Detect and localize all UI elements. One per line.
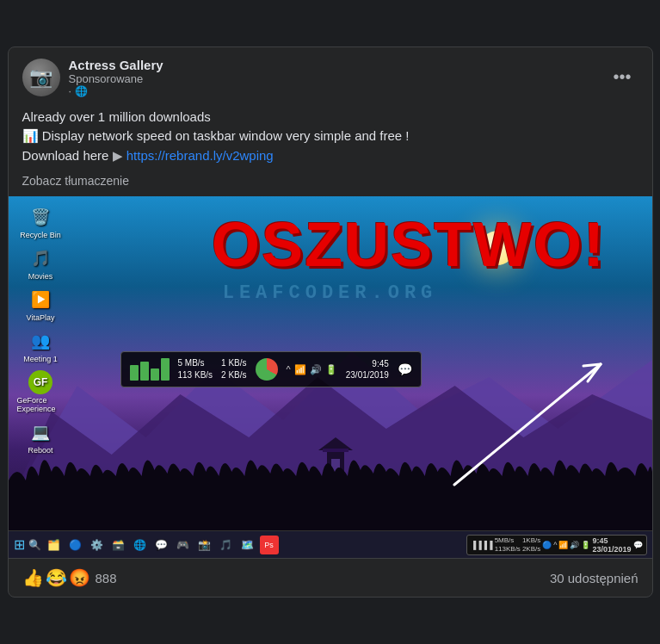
tray-icons: ^ 📶 🔊 🔋 (287, 364, 337, 375)
download-link[interactable]: https://rebrand.ly/v2wping (126, 148, 274, 163)
desktop-icons: 🗑️ Recycle Bin 🎵 Movies ▶️ VitaPlay 👥 Me… (17, 205, 65, 455)
volume-icon: 🔊 (310, 364, 322, 375)
network-kb: 1 KB/s 2 KB/s (221, 357, 246, 381)
tray-speeds: 5MB/s113KB/s (495, 536, 521, 553)
desktop-icon-label: Recycle Bin (20, 231, 61, 239)
text-line2-content: Display network speed on taskbar window … (42, 128, 410, 143)
bar1 (130, 365, 139, 381)
desktop-icon-vitaplay: ▶️ VitaPlay (17, 288, 65, 322)
text-line1: Already over 1 million downloads (22, 108, 638, 127)
tray-vol: 🔊 (570, 541, 579, 549)
like-emoji[interactable]: 👍 (22, 567, 44, 588)
taskbar-icon-2[interactable]: 🔵 (66, 536, 85, 554)
tray-bars: ▐▐▐▐ (471, 541, 493, 549)
emoji-row: 👍 😂 😡 (22, 567, 90, 588)
speed-down: 113 KB/s (178, 369, 213, 381)
page-name[interactable]: Actress Gallery (69, 58, 163, 72)
taskbar-icon-8[interactable]: 📸 (195, 536, 214, 554)
bar3 (151, 368, 159, 381)
see-translation[interactable]: Zobacz tłumaczenie (9, 174, 652, 196)
network-bars (130, 358, 170, 381)
dot-separator: · (69, 85, 71, 97)
text-line3: Download here ▶ https://rebrand.ly/v2wpi… (22, 146, 638, 166)
svg-line-8 (583, 364, 601, 366)
tray-kb: 1KB/s2KB/s (522, 536, 540, 553)
recycle-bin-icon: 🗑️ (28, 205, 52, 229)
post-image: OSZUSTWO! LEAFCODER.ORG 🗑️ Recycle Bin 🎵… (9, 196, 652, 558)
search-icon[interactable]: 🔍 (28, 539, 41, 551)
taskbar-icon-3[interactable]: ⚙️ (88, 536, 107, 554)
reactions-left: 👍 😂 😡 888 (22, 567, 117, 588)
movies-icon: 🎵 (28, 246, 52, 270)
taskbar-icon-4[interactable]: 🗃️ (109, 536, 128, 554)
bar2 (140, 362, 149, 381)
desktop-icon-meeting: 👥 Meeting 1 (17, 329, 65, 363)
post-text: Already over 1 million downloads 📊 Displ… (9, 104, 652, 175)
tray-pie: 🔵 (542, 541, 552, 549)
network-widget: 5 MB/s 113 KB/s 1 KB/s 2 KB/s ^ 📶 🔊 🔋 9:… (120, 351, 422, 387)
taskbar: ⊞ 🔍 🗂️ 🔵 ⚙️ 🗃️ 🌐 💬 🎮 📸 🎵 🗺️ Ps (9, 530, 652, 558)
globe-icon: 🌐 (75, 85, 88, 97)
tray-wifi: 📶 (558, 541, 568, 549)
taskbar-icon-1[interactable]: 🗂️ (45, 536, 64, 554)
desktop-icon-label: VitaPlay (27, 313, 55, 322)
post-header: 📷 Actress Gallery Sponsorowane · 🌐 ••• (9, 47, 652, 104)
taskbar-icon-9[interactable]: 🎵 (217, 536, 236, 554)
text-line2: 📊 Display network speed on taskbar windo… (22, 127, 638, 146)
taskbar-tray: ▐▐▐▐ 5MB/s113KB/s 1KB/s2KB/s 🔵 ^ 📶 🔊 🔋 9… (466, 535, 646, 555)
desktop-icon-movies: 🎵 Movies (17, 246, 65, 281)
reactions-bar: 👍 😂 😡 888 30 udostępnień (9, 558, 652, 597)
desktop-icon-recycle: 🗑️ Recycle Bin (17, 205, 65, 239)
chart-emoji: 📊 (22, 128, 39, 143)
reaction-count[interactable]: 888 (96, 571, 117, 585)
speed-up: 5 MB/s (178, 357, 213, 369)
taskbar-icon-10[interactable]: 🗺️ (238, 536, 257, 554)
oszustwo-label: OSZUSTWO! (212, 209, 606, 280)
vitaplay-icon: ▶️ (28, 288, 52, 312)
desktop-icon-reboot: 💻 Reboot (17, 420, 65, 455)
taskbar-icon-7[interactable]: 🎮 (174, 536, 193, 554)
svg-line-6 (454, 364, 601, 485)
geforce-icon: GF (28, 370, 52, 394)
wifi-icon: 📶 (294, 364, 306, 375)
network-speed: 5 MB/s 113 KB/s (178, 357, 213, 381)
taskbar-icon-6[interactable]: 💬 (152, 536, 171, 554)
reboot-icon: 💻 (28, 420, 52, 444)
desktop-icon-geforce: GF GeForce Experience (17, 370, 65, 413)
kb-down: 2 KB/s (221, 369, 246, 381)
desktop-icon-label: Movies (28, 272, 53, 281)
tray-batt: 🔋 (581, 541, 590, 549)
desktop-icon-label: GeForce Experience (17, 396, 65, 413)
privacy-row: · 🌐 (69, 85, 163, 97)
kb-up: 1 KB/s (221, 357, 246, 369)
meeting-icon: 👥 (28, 329, 52, 353)
avatar[interactable]: 📷 (22, 59, 60, 96)
tray-notify: 💬 (633, 541, 643, 549)
more-options-button[interactable]: ••• (606, 64, 638, 90)
desktop-icon-label: Reboot (28, 446, 52, 455)
desktop-screenshot: OSZUSTWO! LEAFCODER.ORG 🗑️ Recycle Bin 🎵… (9, 196, 652, 558)
post-header-left: 📷 Actress Gallery Sponsorowane · 🌐 (22, 58, 163, 97)
post-card: 📷 Actress Gallery Sponsorowane · 🌐 ••• A… (8, 46, 653, 598)
date-display: 23/01/2019 (346, 369, 389, 381)
angry-emoji[interactable]: 😡 (69, 567, 90, 588)
taskbar-icon-5[interactable]: 🌐 (131, 536, 150, 554)
taskbar-icon-11[interactable]: Ps (260, 536, 279, 554)
taskbar-icons: 🗂️ 🔵 ⚙️ 🗃️ 🌐 💬 🎮 📸 🎵 🗺️ Ps (45, 536, 279, 554)
notification-icon: 💬 (398, 362, 412, 376)
avatar-image: 📷 (22, 59, 60, 96)
start-button[interactable]: ⊞ (14, 536, 25, 553)
shares-text[interactable]: 30 udostępnień (550, 571, 638, 585)
arrow-overlay (429, 356, 618, 511)
watermark: LEAFCODER.ORG (223, 282, 438, 304)
download-here-text: Download here (22, 148, 113, 163)
desktop-icon-label: Meeting 1 (23, 355, 58, 363)
tray-time: 9:4523/01/2019 (592, 536, 631, 554)
laugh-emoji[interactable]: 😂 (46, 567, 67, 588)
bar4 (161, 358, 170, 381)
play-icon: ▶ (113, 146, 123, 166)
time-display: 9:45 (346, 358, 389, 369)
post-meta: Actress Gallery Sponsorowane · 🌐 (69, 58, 163, 97)
network-pie-chart (256, 358, 278, 381)
sponsored-label: Sponsorowane (69, 72, 163, 85)
